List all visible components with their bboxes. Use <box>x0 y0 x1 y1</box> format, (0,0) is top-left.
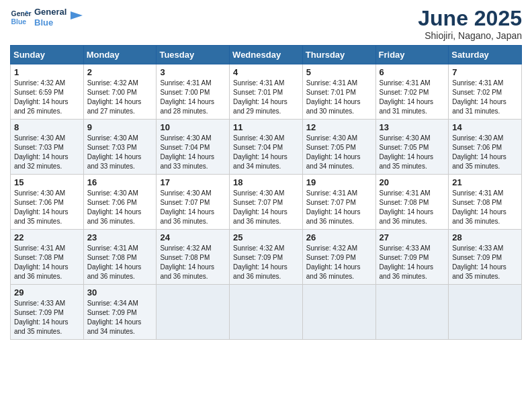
sunrise-label: Sunrise: 4:31 AM <box>452 189 503 197</box>
day-info: Sunrise: 4:32 AM Sunset: 7:09 PM Dayligh… <box>233 244 299 281</box>
sunset-label: Sunset: 7:03 PM <box>14 144 64 151</box>
sunset-label: Sunset: 7:08 PM <box>452 199 502 206</box>
sunset-label: Sunset: 7:08 PM <box>87 254 137 261</box>
table-row: 12 Sunrise: 4:30 AM Sunset: 7:05 PM Dayl… <box>302 120 375 175</box>
daylight-label: Daylight: 14 hours <box>380 153 434 161</box>
daylight-label: Daylight: 14 hours <box>306 153 361 161</box>
daylight-minutes: and 36 minutes. <box>380 273 427 280</box>
subtitle: Shiojiri, Nagano, Japan <box>418 30 522 41</box>
sunrise-label: Sunrise: 4:31 AM <box>14 244 65 252</box>
sunset-label: Sunset: 7:02 PM <box>452 89 502 96</box>
sunrise-label: Sunrise: 4:30 AM <box>87 134 138 142</box>
daylight-label: Daylight: 14 hours <box>14 153 69 161</box>
logo: General Blue General Blue <box>10 7 84 28</box>
day-info: Sunrise: 4:31 AM Sunset: 7:08 PM Dayligh… <box>380 189 445 226</box>
table-row <box>230 285 303 340</box>
day-info: Sunrise: 4:31 AM Sunset: 7:08 PM Dayligh… <box>452 189 518 226</box>
day-number: 24 <box>160 232 226 242</box>
daylight-label: Daylight: 14 hours <box>87 153 142 161</box>
daylight-minutes: and 34 minutes. <box>233 163 281 170</box>
day-info: Sunrise: 4:31 AM Sunset: 7:08 PM Dayligh… <box>87 244 153 281</box>
sunset-label: Sunset: 7:05 PM <box>380 144 429 151</box>
day-number: 13 <box>380 122 445 132</box>
calendar-row: 15 Sunrise: 4:30 AM Sunset: 7:06 PM Dayl… <box>11 175 522 230</box>
sunrise-label: Sunrise: 4:33 AM <box>452 244 503 252</box>
daylight-label: Daylight: 14 hours <box>160 98 214 105</box>
sunset-label: Sunset: 7:07 PM <box>306 199 356 206</box>
daylight-label: Daylight: 14 hours <box>306 208 361 216</box>
day-info: Sunrise: 4:32 AM Sunset: 6:59 PM Dayligh… <box>14 79 80 116</box>
daylight-label: Daylight: 14 hours <box>452 153 506 161</box>
table-row: 28 Sunrise: 4:33 AM Sunset: 7:09 PM Dayl… <box>449 230 522 285</box>
table-row: 26 Sunrise: 4:32 AM Sunset: 7:09 PM Dayl… <box>302 230 375 285</box>
day-number: 30 <box>87 287 153 298</box>
day-info: Sunrise: 4:30 AM Sunset: 7:03 PM Dayligh… <box>87 134 153 171</box>
day-info: Sunrise: 4:30 AM Sunset: 7:04 PM Dayligh… <box>233 134 299 171</box>
col-tuesday: Tuesday <box>157 46 230 64</box>
day-number: 17 <box>160 177 226 187</box>
daylight-minutes: and 36 minutes. <box>306 273 354 280</box>
day-info: Sunrise: 4:33 AM Sunset: 7:09 PM Dayligh… <box>380 244 445 281</box>
day-number: 4 <box>233 67 299 77</box>
daylight-minutes: and 36 minutes. <box>233 273 281 280</box>
sunrise-label: Sunrise: 4:32 AM <box>160 244 211 252</box>
table-row: 27 Sunrise: 4:33 AM Sunset: 7:09 PM Dayl… <box>375 230 449 285</box>
daylight-label: Daylight: 14 hours <box>380 208 434 216</box>
sunrise-label: Sunrise: 4:31 AM <box>306 189 357 197</box>
table-row: 11 Sunrise: 4:30 AM Sunset: 7:04 PM Dayl… <box>230 120 303 175</box>
table-row: 5 Sunrise: 4:31 AM Sunset: 7:01 PM Dayli… <box>302 64 375 120</box>
daylight-label: Daylight: 14 hours <box>233 98 287 105</box>
table-row: 8 Sunrise: 4:30 AM Sunset: 7:03 PM Dayli… <box>11 120 84 175</box>
day-info: Sunrise: 4:31 AM Sunset: 7:08 PM Dayligh… <box>14 244 80 281</box>
daylight-minutes: and 34 minutes. <box>87 328 135 335</box>
day-info: Sunrise: 4:31 AM Sunset: 7:01 PM Dayligh… <box>233 79 299 116</box>
sunset-label: Sunset: 7:08 PM <box>380 199 429 206</box>
day-info: Sunrise: 4:31 AM Sunset: 7:07 PM Dayligh… <box>306 189 372 226</box>
daylight-minutes: and 35 minutes. <box>380 163 427 170</box>
sunrise-label: Sunrise: 4:32 AM <box>233 244 284 252</box>
sunset-label: Sunset: 7:01 PM <box>233 89 283 96</box>
day-info: Sunrise: 4:34 AM Sunset: 7:09 PM Dayligh… <box>87 299 153 336</box>
daylight-minutes: and 35 minutes. <box>14 218 62 225</box>
day-number: 7 <box>452 67 518 77</box>
day-number: 12 <box>306 122 372 132</box>
svg-text:Blue: Blue <box>11 18 27 26</box>
header-row: Sunday Monday Tuesday Wednesday Thursday… <box>11 46 522 64</box>
day-info: Sunrise: 4:31 AM Sunset: 7:02 PM Dayligh… <box>452 79 518 116</box>
daylight-label: Daylight: 14 hours <box>306 263 361 271</box>
sunset-label: Sunset: 7:00 PM <box>87 89 137 96</box>
daylight-label: Daylight: 14 hours <box>87 208 142 216</box>
day-number: 18 <box>233 177 299 187</box>
col-monday: Monday <box>83 46 157 64</box>
day-info: Sunrise: 4:32 AM Sunset: 7:09 PM Dayligh… <box>306 244 372 281</box>
daylight-label: Daylight: 14 hours <box>233 208 287 216</box>
table-row <box>157 285 230 340</box>
day-number: 10 <box>160 122 226 132</box>
table-row: 29 Sunrise: 4:33 AM Sunset: 7:09 PM Dayl… <box>11 285 84 340</box>
day-number: 29 <box>14 287 80 298</box>
daylight-label: Daylight: 14 hours <box>160 208 214 216</box>
day-number: 11 <box>233 122 299 132</box>
page: General Blue General Blue June 2025 Shio… <box>0 0 532 411</box>
logo-line1: General <box>34 7 66 17</box>
sunrise-label: Sunrise: 4:31 AM <box>380 189 431 197</box>
daylight-label: Daylight: 14 hours <box>452 208 506 216</box>
table-row: 2 Sunrise: 4:32 AM Sunset: 7:00 PM Dayli… <box>83 64 157 120</box>
sunrise-label: Sunrise: 4:31 AM <box>452 79 503 87</box>
daylight-minutes: and 36 minutes. <box>160 273 208 280</box>
day-number: 8 <box>14 122 80 132</box>
daylight-minutes: and 31 minutes. <box>452 107 500 115</box>
daylight-minutes: and 30 minutes. <box>306 107 354 115</box>
sunset-label: Sunset: 7:06 PM <box>87 199 137 206</box>
daylight-label: Daylight: 14 hours <box>160 263 214 271</box>
sunrise-label: Sunrise: 4:30 AM <box>14 189 65 197</box>
sunrise-label: Sunrise: 4:31 AM <box>306 79 357 87</box>
daylight-label: Daylight: 14 hours <box>14 318 69 326</box>
calendar-row: 29 Sunrise: 4:33 AM Sunset: 7:09 PM Dayl… <box>11 285 522 340</box>
day-number: 16 <box>87 177 153 187</box>
sunrise-label: Sunrise: 4:34 AM <box>87 300 138 307</box>
daylight-minutes: and 35 minutes. <box>452 163 500 170</box>
sunset-label: Sunset: 7:01 PM <box>306 89 356 96</box>
calendar-row: 8 Sunrise: 4:30 AM Sunset: 7:03 PM Dayli… <box>11 120 522 175</box>
daylight-minutes: and 33 minutes. <box>160 163 208 170</box>
